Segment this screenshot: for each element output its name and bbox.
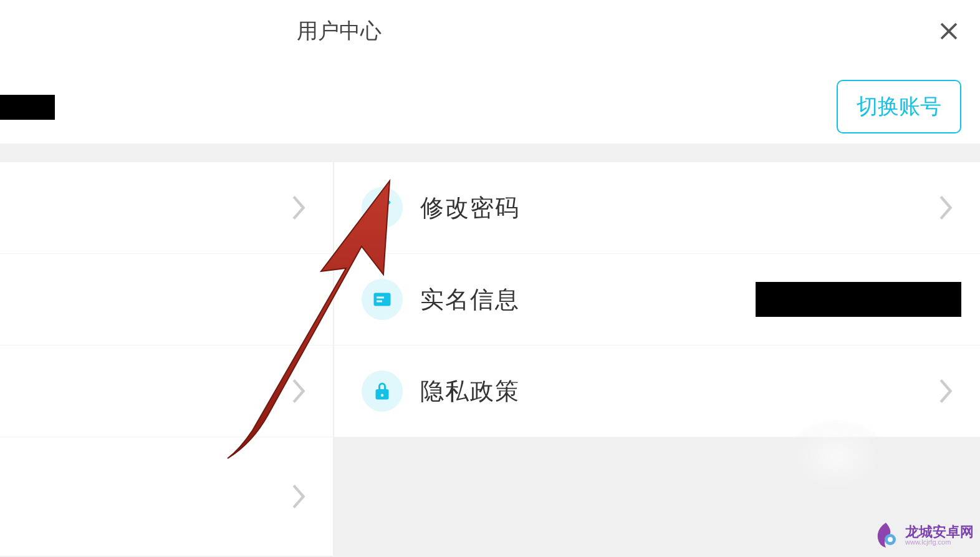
section-gap: [0, 143, 980, 162]
watermark: 龙城安卓网 www.lcjrfg.com: [870, 520, 974, 551]
close-button[interactable]: [936, 19, 961, 44]
switch-account-button[interactable]: 切换账号: [837, 80, 961, 133]
id-card-icon: [362, 279, 403, 320]
left-column-item[interactable]: [0, 346, 334, 437]
change-password-item[interactable]: 修改密码: [334, 162, 980, 253]
account-bar: 切换账号: [0, 62, 980, 143]
chevron-right-icon: [291, 483, 308, 510]
redacted-username: [0, 95, 55, 120]
chevron-right-icon: [938, 377, 955, 405]
chevron-right-icon: [291, 377, 308, 405]
watermark-brand: 龙城安卓网: [905, 525, 974, 539]
watermark-url: www.lcjrfg.com: [905, 539, 974, 546]
watermark-logo-icon: [870, 520, 901, 551]
redacted-real-name-value: [756, 282, 961, 317]
real-name-info-item[interactable]: 实名信息: [334, 254, 980, 345]
close-icon: [938, 20, 960, 42]
list-row: 实名信息: [0, 254, 980, 346]
chevron-right-icon: [291, 194, 308, 221]
header: 用户中心: [0, 0, 980, 62]
chevron-right-icon: [938, 194, 955, 221]
svg-rect-3: [377, 297, 384, 299]
pencil-icon: [362, 187, 403, 228]
row-label: 实名信息: [420, 284, 520, 316]
page-title: 用户中心: [297, 17, 382, 46]
privacy-policy-item[interactable]: 隐私政策: [334, 346, 980, 437]
list-row: 修改密码: [0, 162, 980, 254]
left-column-item[interactable]: [0, 162, 334, 253]
svg-rect-4: [377, 301, 382, 303]
svg-point-6: [888, 537, 893, 542]
row-label: 修改密码: [420, 192, 520, 224]
lock-icon: [362, 371, 403, 412]
svg-rect-2: [374, 293, 391, 306]
left-column-item[interactable]: [0, 437, 334, 556]
watermark-ghost: [787, 420, 886, 495]
row-label: 隐私政策: [420, 375, 520, 407]
left-column-item[interactable]: [0, 254, 334, 345]
